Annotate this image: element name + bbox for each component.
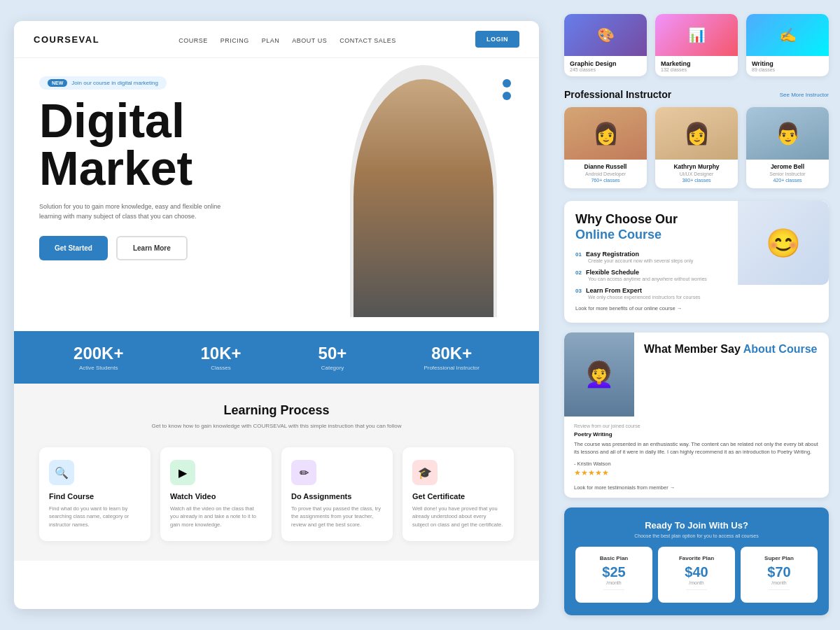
learning-subtitle: Get to know how to gain knowledge with C…: [39, 422, 514, 430]
learning-cards: 🔍 Find Course Find what do you want to l…: [39, 447, 514, 541]
hero-section: NEW Join our course in digital marketing…: [14, 58, 539, 331]
marketing-name: Marketing: [661, 60, 732, 67]
stats-bar: 200K+ Active Students 10K+ Classes 50+ C…: [14, 331, 539, 384]
category-writing[interactable]: ✍ Writing 89 classes: [746, 14, 829, 76]
basic-plan-name: Basic Plan: [581, 555, 647, 561]
nav-course[interactable]: COURSE: [178, 37, 208, 44]
stat-classes-number: 10K+: [200, 344, 241, 363]
writing-count: 89 classes: [752, 67, 823, 72]
instructor-jerome[interactable]: 👨 Jerome Bell Senior Instructor 420+ cla…: [746, 107, 829, 188]
stat-instructors-number: 80K+: [424, 344, 479, 363]
stat-students-label: Active Students: [74, 365, 123, 371]
pricing-favorite[interactable]: Favorite Plan $40 /month: [658, 547, 735, 603]
marketing-count: 132 classes: [661, 67, 732, 72]
testimonial-label: Review from our joined course: [574, 424, 819, 428]
hero-dots: [503, 79, 511, 100]
stat-instructors-label: Professional Instructor: [424, 365, 479, 371]
certificate-text: Well done! you have proved that you alre…: [412, 505, 504, 528]
marketing-image: 📊: [655, 14, 738, 56]
hero-badge: NEW Join our course in digital marketing: [39, 76, 167, 90]
nav-pricing[interactable]: PRICING: [220, 37, 249, 44]
card-assignments: ✏ Do Assignments To prove that you passe…: [281, 447, 393, 541]
testimonial-top: 👩‍🦱 What Member Say About Course: [564, 332, 829, 416]
graphic-design-count: 245 classes: [570, 67, 641, 72]
why-title-highlight: Online Course: [575, 227, 662, 241]
badge-new-label: NEW: [48, 79, 67, 87]
stat-category-number: 50+: [318, 344, 347, 363]
login-button[interactable]: LOGIN: [475, 31, 519, 48]
basic-plan-price: $25: [581, 564, 647, 580]
testimonial-review: The course was presented in an enthusias…: [574, 440, 819, 456]
pricing-super[interactable]: Super Plan $70 /month: [741, 547, 818, 603]
jerome-role: Senior Instructor: [746, 172, 829, 176]
hero-subtitle: Solution for you to gain more knowledge,…: [39, 202, 235, 222]
instructor-kathryn[interactable]: 👩 Kathryn Murphy UI/UX Designer 380+ cla…: [655, 107, 738, 188]
stat-students: 200K+ Active Students: [74, 344, 123, 371]
category-graphic[interactable]: 🎨 Graphic Design 245 classes: [564, 14, 647, 76]
kathryn-name: Kathryn Murphy: [655, 160, 738, 172]
basic-plan-period: /month: [581, 580, 647, 585]
pricing-cards: Basic Plan $25 /month Favorite Plan $40 …: [575, 547, 818, 603]
feature-3-name: Learn From Expert: [586, 287, 642, 294]
nav-about[interactable]: ABOUT US: [292, 37, 327, 44]
test-heading-highlight: About Course: [743, 343, 818, 355]
stat-category-label: Category: [318, 365, 347, 371]
feature-2-num: 02: [575, 270, 582, 276]
dianne-name: Dianne Russell: [564, 160, 647, 172]
nav-plan[interactable]: PLAN: [262, 37, 280, 44]
dianne-role: Android Developer: [564, 172, 647, 176]
right-panel: 🎨 Graphic Design 245 classes 📊 Marketing…: [553, 0, 840, 630]
card-find-course: 🔍 Find Course Find what do you want to l…: [39, 447, 150, 541]
graphic-design-image: 🎨: [564, 14, 647, 56]
hero-person-shape: [354, 79, 493, 317]
hero-image: [350, 65, 497, 317]
category-marketing[interactable]: 📊 Marketing 132 classes: [655, 14, 738, 76]
feature-1-name: Easy Registration: [586, 251, 639, 258]
dianne-stats: 760+ classes: [564, 178, 647, 183]
kathryn-stats: 380+ classes: [655, 178, 738, 183]
why-link[interactable]: Look for more benefits of our online cou…: [575, 305, 818, 312]
certificate-title: Get Certificate: [412, 492, 504, 500]
pricing-subtitle: Choose the best plan option for you to a…: [575, 533, 818, 538]
learn-more-button[interactable]: Learn More: [116, 236, 188, 260]
testimonial-author: - Kristin Watson: [574, 461, 819, 467]
favorite-divider: [686, 589, 707, 590]
badge-text: Join our course in digital marketing: [71, 80, 158, 86]
feature-3-num: 03: [575, 288, 582, 294]
hero-title: Digital Market: [39, 97, 291, 192]
card-certificate: 🎓 Get Certificate Well done! you have pr…: [402, 447, 514, 541]
nav-links: COURSE PRICING PLAN ABOUT US CONTACT SAL…: [178, 33, 396, 46]
instructors-see-all[interactable]: See More Instructor: [780, 92, 829, 98]
testimonial-section: 👩‍🦱 What Member Say About Course Review …: [564, 332, 829, 498]
favorite-plan-price: $40: [664, 564, 729, 580]
super-plan-name: Super Plan: [746, 555, 812, 561]
watch-video-title: Watch Video: [170, 492, 262, 500]
super-plan-price: $70: [746, 564, 812, 580]
super-divider: [769, 589, 790, 590]
feature-1-num: 01: [575, 251, 582, 258]
get-started-button[interactable]: Get Started: [39, 236, 108, 260]
stat-classes: 10K+ Classes: [200, 344, 241, 371]
instructors-header: Professional Instructor See More Instruc…: [564, 89, 829, 100]
find-course-text: Find what do you want to learn by search…: [49, 505, 141, 528]
instructor-dianne[interactable]: 👩 Dianne Russell Android Developer 760+ …: [564, 107, 647, 188]
testimonial-link[interactable]: Look for more testimonials from member →: [564, 484, 829, 498]
writing-info: Writing 89 classes: [746, 56, 829, 76]
stat-students-number: 200K+: [74, 344, 123, 363]
watch-video-text: Watch all the video on the class that yo…: [170, 505, 262, 528]
favorite-plan-name: Favorite Plan: [664, 555, 729, 561]
pricing-basic[interactable]: Basic Plan $25 /month: [575, 547, 652, 603]
graphic-design-name: Graphic Design: [570, 60, 641, 67]
testimonial-stars: ★★★★★: [574, 468, 819, 477]
favorite-plan-period: /month: [664, 580, 729, 585]
categories-row: 🎨 Graphic Design 245 classes 📊 Marketing…: [564, 14, 829, 76]
feature-expert-text: We only choose experienced instructors f…: [588, 295, 818, 300]
instructors-heading: Professional Instructor: [564, 89, 671, 100]
find-course-title: Find Course: [49, 492, 141, 500]
stat-category: 50+ Category: [318, 344, 347, 371]
jerome-stats: 420+ classes: [746, 178, 829, 183]
nav-contact[interactable]: CONTACT SALES: [340, 37, 396, 44]
kathryn-role: UI/UX Designer: [655, 172, 738, 176]
watch-video-icon: ▶: [170, 460, 195, 485]
basic-divider: [603, 589, 624, 590]
